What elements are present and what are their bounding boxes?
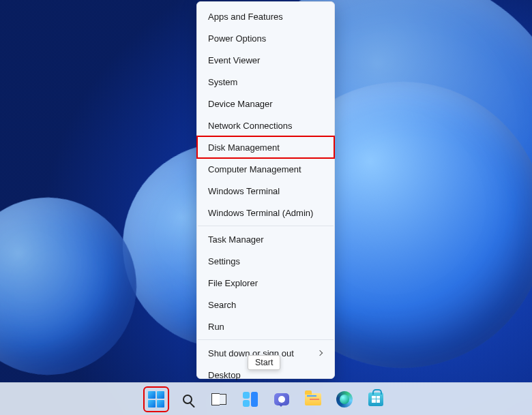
menu-item-disk-management[interactable]: Disk Management (197, 136, 334, 158)
menu-item-event-viewer[interactable]: Event Viewer (197, 49, 334, 71)
search-icon (183, 395, 192, 404)
menu-item-label: Task Manager (208, 234, 264, 245)
menu-item-label: Settings (208, 256, 240, 266)
menu-item-file-explorer[interactable]: File Explorer (197, 272, 334, 294)
menu-item-label: File Explorer (208, 278, 258, 288)
menu-item-label: Windows Terminal (208, 186, 280, 196)
store-icon (368, 393, 383, 406)
task-view-icon (211, 394, 226, 405)
menu-item-device-manager[interactable]: Device Manager (197, 93, 334, 114)
menu-item-network-connections[interactable]: Network Connections (197, 114, 334, 136)
menu-item-label: Desktop (208, 370, 241, 380)
menu-item-label: Computer Management (208, 164, 301, 174)
start-tooltip: Start (248, 355, 280, 370)
menu-item-label: Apps and Features (208, 12, 283, 22)
windows-logo-icon (148, 391, 164, 408)
menu-item-label: Run (208, 322, 224, 332)
menu-item-system[interactable]: System (197, 71, 334, 93)
winx-context-menu: Apps and Features Power Options Event Vi… (196, 1, 335, 379)
menu-item-label: Disk Management (208, 142, 280, 153)
chat-icon (274, 393, 289, 405)
tooltip-text: Start (255, 358, 273, 367)
menu-item-label: Power Options (208, 33, 266, 44)
menu-separator (198, 339, 334, 340)
chat-button[interactable] (270, 388, 293, 411)
menu-item-label: Device Manager (208, 99, 273, 109)
menu-item-windows-terminal[interactable]: Windows Terminal (197, 180, 334, 202)
menu-item-settings[interactable]: Settings (197, 250, 334, 272)
taskbar (0, 382, 532, 415)
menu-item-label: System (208, 77, 237, 87)
start-button[interactable] (145, 388, 168, 411)
widgets-button[interactable] (239, 388, 262, 411)
wallpaper-petal (0, 190, 144, 382)
search-button[interactable] (176, 388, 199, 411)
menu-item-power-options[interactable]: Power Options (197, 27, 334, 49)
task-view-button[interactable] (207, 388, 231, 411)
file-explorer-button[interactable] (301, 388, 325, 411)
menu-item-label: Network Connections (208, 121, 293, 131)
folder-icon (305, 393, 321, 405)
edge-icon (336, 391, 353, 408)
menu-item-apps-and-features[interactable]: Apps and Features (197, 5, 334, 27)
store-button[interactable] (364, 388, 387, 411)
menu-item-run[interactable]: Run (197, 316, 334, 337)
menu-item-windows-terminal-admin[interactable]: Windows Terminal (Admin) (197, 202, 334, 224)
widgets-icon (243, 392, 258, 407)
menu-item-label: Windows Terminal (Admin) (208, 208, 313, 218)
menu-item-label: Event Viewer (208, 55, 260, 65)
chevron-right-icon (317, 350, 323, 356)
menu-separator (198, 226, 334, 226)
edge-button[interactable] (333, 388, 356, 411)
menu-item-task-manager[interactable]: Task Manager (197, 228, 334, 250)
menu-item-search[interactable]: Search (197, 294, 334, 316)
menu-item-computer-management[interactable]: Computer Management (197, 158, 334, 180)
menu-item-label: Search (208, 300, 236, 310)
